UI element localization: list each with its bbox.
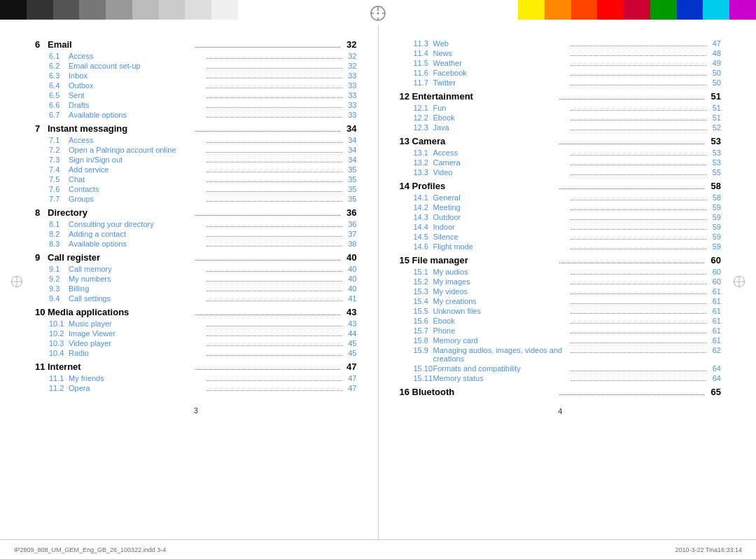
- sub-dots-11-2: [206, 390, 342, 391]
- sub-10-1-page: 43: [344, 319, 357, 328]
- sub-11-1-page: 47: [344, 374, 357, 382]
- sub-7-3-page: 34: [344, 156, 357, 164]
- sub-11-5-page: 49: [708, 59, 721, 67]
- chapter-14-section: 14 Profiles 58 14.1 General 58 14.2 Meet…: [400, 181, 722, 251]
- sub-8-1-page: 36: [344, 220, 357, 228]
- sub-dots-10-1: [206, 326, 342, 326]
- color-block-r4: [597, 0, 624, 20]
- chapter-15-page: 60: [707, 255, 721, 265]
- sub-dots-6-5: [206, 97, 342, 98]
- sub-15-10: 15.10 Formats and compatibility 64: [400, 364, 722, 373]
- sub-15-6-num: 15.6: [414, 317, 433, 325]
- sub-dots-15-7: [570, 333, 706, 333]
- color-block-r8: [703, 0, 729, 20]
- chapter-16-num: 16: [400, 387, 412, 397]
- sub-15-2: 15.2 My images 60: [400, 277, 722, 286]
- chapter-13-row: 13 Camera 53: [400, 136, 722, 146]
- sub-dots-9-4: [206, 301, 342, 301]
- sub-11-3: 11.3 Web 47: [400, 39, 722, 48]
- sub-14-6-title: Flight mode: [433, 242, 569, 251]
- sub-13-1-title: Access: [433, 149, 569, 157]
- sub-13-3: 13.3 Video 55: [400, 168, 722, 177]
- sub-9-2-num: 9.2: [49, 275, 69, 283]
- sub-8-1: 8.1 Consulting your directory 36: [35, 220, 357, 228]
- sub-dots-6-1: [206, 58, 342, 59]
- sub-7-1-title: Access: [69, 136, 204, 144]
- sub-7-3-title: Sign in/Sign out: [69, 156, 204, 164]
- sub-7-7: 7.7 Groups 35: [35, 195, 357, 203]
- sub-12-2-num: 12.2: [414, 113, 433, 122]
- dots-11: [195, 369, 340, 370]
- chapter-11-title: Internet: [48, 361, 192, 372]
- sub-9-4: 9.4 Call settings 41: [35, 294, 357, 303]
- sub-10-3-num: 10.3: [49, 339, 69, 347]
- sub-10-1: 10.1 Music player 43: [35, 319, 357, 328]
- sub-9-1-num: 9.1: [49, 265, 69, 273]
- sub-7-6-title: Contacts: [69, 185, 204, 193]
- sub-11-5: 11.5 Weather 49: [400, 59, 722, 67]
- svg-point-1: [377, 13, 379, 15]
- sub-15-5-title: Unknown files: [433, 307, 569, 315]
- sub-7-1-page: 34: [344, 136, 357, 144]
- sub-14-4-title: Indoor: [433, 223, 569, 231]
- color-block-r7: [677, 0, 704, 20]
- sub-15-5-num: 15.5: [414, 307, 433, 315]
- sub-9-3-title: Billing: [69, 284, 204, 293]
- sub-12-3-title: Java: [433, 123, 569, 132]
- color-block-r6: [650, 0, 677, 20]
- sub-dots-7-2: [206, 152, 342, 153]
- sub-8-3: 8.3 Available options 38: [35, 240, 357, 248]
- sub-6-4-page: 33: [344, 81, 357, 90]
- sub-10-2-title: Image Viewer: [69, 329, 204, 338]
- sub-8-2-title: Adding a contact: [69, 230, 204, 238]
- sub-11-2-num: 11.2: [49, 384, 69, 392]
- sub-dots-11-3: [570, 46, 706, 46]
- sub-11-4-title: News: [433, 49, 569, 57]
- sub-14-6-num: 14.6: [414, 242, 433, 251]
- sub-15-5-page: 61: [708, 307, 721, 315]
- chapter-11-row: 11 Internet 47: [35, 361, 357, 372]
- sub-12-2: 12.2 Ebook 51: [400, 113, 722, 122]
- color-block-7: [159, 0, 186, 20]
- sub-7-6-page: 35: [344, 185, 357, 193]
- sub-11-3-page: 47: [708, 39, 721, 48]
- chapter-6-row: 6 Email 32: [35, 39, 357, 50]
- sub-dots-11-6: [570, 75, 706, 76]
- sub-14-5-num: 14.5: [414, 233, 433, 241]
- sub-9-1: 9.1 Call memory 40: [35, 265, 357, 273]
- sub-15-9: 15.9 Managing audios, images, videos and…: [400, 346, 722, 363]
- sub-7-7-num: 7.7: [49, 195, 69, 203]
- sub-6-1-num: 6.1: [49, 52, 69, 60]
- chapter-6-page: 32: [343, 39, 357, 50]
- sub-6-1: 6.1 Access 32: [35, 52, 357, 60]
- sub-14-3-num: 14.3: [414, 213, 433, 221]
- chapter-14-row: 14 Profiles 58: [400, 181, 722, 191]
- sub-10-1-num: 10.1: [49, 319, 69, 328]
- sub-12-3: 12.3 Java 52: [400, 123, 722, 132]
- sub-14-1-title: General: [433, 193, 569, 202]
- sub-13-3-page: 55: [708, 168, 721, 177]
- sub-7-5-num: 7.5: [49, 175, 69, 184]
- page-right: 11.3 Web 47 11.4 News 48 11.5 Weather 49…: [379, 25, 757, 539]
- sub-dots-15-8: [570, 343, 706, 343]
- chapter-14-num: 14: [400, 181, 412, 191]
- chapter-13-section: 13 Camera 53 13.1 Access 53 13.2 Camera …: [400, 136, 722, 177]
- sub-15-1-title: My audios: [433, 268, 569, 276]
- chapter-14-title: Profiles: [412, 181, 557, 191]
- sub-10-4-num: 10.4: [49, 349, 69, 357]
- sub-15-6-title: Ebook: [433, 317, 569, 325]
- sub-10-3-title: Video player: [69, 339, 204, 347]
- color-block-9: [211, 0, 238, 20]
- sub-14-4-page: 59: [708, 223, 721, 231]
- sub-dots-8-3: [206, 246, 342, 247]
- sub-14-4: 14.4 Indoor 59: [400, 223, 722, 231]
- sub-15-4-page: 61: [708, 297, 721, 305]
- sub-10-4: 10.4 Radio 45: [35, 349, 357, 357]
- sub-10-2-num: 10.2: [49, 329, 69, 338]
- sub-11-7-title: Twitter: [433, 78, 569, 87]
- sub-15-4-num: 15.4: [414, 297, 433, 305]
- chapter-10-section: 10 Media applications 43 10.1 Music play…: [35, 307, 357, 357]
- sub-15-11-page: 64: [708, 374, 721, 382]
- sub-15-8: 15.8 Memory card 61: [400, 336, 722, 345]
- chapter-15-section: 15 File manager 60 15.1 My audios 60 15.…: [400, 255, 722, 382]
